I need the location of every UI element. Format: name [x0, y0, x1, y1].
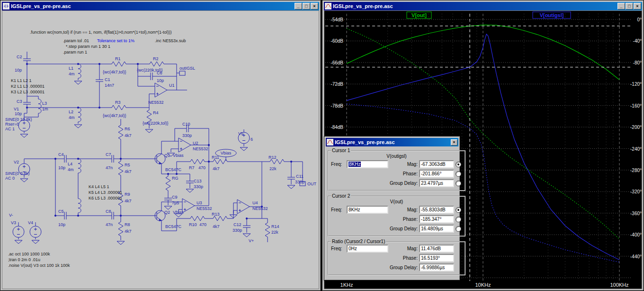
schematic-text: 4m — [68, 167, 74, 172]
cursor2-group: Cursor 2 V(out) Freq: 8KHz Mag: -55.8303… — [328, 193, 465, 236]
maximize-button[interactable]: □ — [626, 3, 633, 9]
y-right-tick: -320° — [630, 189, 642, 194]
cursor1-group-label: Cursor 1 — [331, 148, 351, 153]
schematic-text: C9 — [172, 195, 178, 200]
waveform-titlebar[interactable]: IGSLpre_vs_pre-pre.asc _ □ × — [324, 2, 642, 10]
schematic-text: *.step param run 1 30 1 — [66, 44, 110, 49]
cursor2-mag-value[interactable]: -55.8303dB — [419, 206, 454, 214]
cursor-dialog-titlebar[interactable]: IGSLpre_vs_pre-pre.asc × — [326, 138, 458, 146]
schematic-text: R8 — [125, 222, 130, 227]
ratio-freq-input[interactable]: 0Hz — [347, 245, 388, 253]
schematic-text: Rser=0 — [5, 122, 19, 127]
schematic-text: U2 — [193, 141, 198, 146]
schematic-text: R4 — [153, 110, 159, 115]
schematic-text: .param tol .01 — [63, 38, 89, 43]
cursor2-freq-label: Freq: — [331, 207, 345, 212]
schematic-text: 4k7 — [213, 166, 220, 171]
schematic-text: L2 — [69, 109, 73, 114]
schematic-text: R2 — [153, 56, 159, 61]
schematic-titlebar[interactable]: IGSLpre_vs_pre-pre.asc _ □ × — [2, 2, 319, 10]
cursor1-group-delay-radio[interactable] — [456, 181, 461, 186]
cursor2-group-delay-value[interactable]: 16.4809µs — [419, 225, 454, 233]
ltspice-waveform-icon — [325, 3, 331, 9]
cursor2-freq-input[interactable]: 8KHz — [347, 206, 388, 214]
ratio-mag-value[interactable]: 11.476dB — [419, 245, 454, 253]
cursor1-trace-name: V(outigsl) — [331, 154, 462, 159]
y-right-tick: -200° — [630, 125, 642, 130]
schematic-text: C1 — [105, 77, 110, 82]
schematic-text: K3 L2 L3 .000001 — [11, 90, 45, 94]
cursor2-group-delay-radio[interactable] — [456, 226, 461, 232]
ratio-group-delay-value[interactable]: -6.99886µs — [419, 264, 454, 272]
y-right-tick: -400° — [630, 232, 642, 237]
ratio-phase-value[interactable]: 16.5193° — [419, 254, 454, 262]
schematic-text: 470 — [199, 222, 206, 227]
schematic-text: BC547C — [165, 167, 182, 172]
schematic-text: K5 L4 L3 .000001 — [89, 190, 122, 195]
y-right-tick: -440° — [630, 254, 642, 259]
schematic-text: 4k7 — [125, 169, 132, 174]
schematic-text: R7 — [189, 165, 195, 170]
y-right-tick: -120° — [630, 82, 642, 87]
schematic-window: IGSLpre_vs_pre-pre.asc _ □ × — [0, 0, 321, 291]
cursor2-mag-radio[interactable] — [456, 207, 461, 213]
schematic-text: AC 1 — [5, 127, 15, 131]
schematic-text: C12 — [233, 222, 242, 227]
legend-label[interactable]: V[out] — [411, 12, 427, 18]
cursor2-phase-value[interactable]: -185.347° — [419, 215, 454, 223]
ratio-group-delay-label: Group Delay: — [390, 265, 418, 270]
schematic-text: 330p — [295, 180, 304, 184]
schematic-text: OUT — [307, 182, 317, 186]
close-icon[interactable]: × — [311, 3, 318, 9]
schematic-text: 4m — [69, 72, 75, 76]
schematic-text: 47n — [106, 165, 113, 170]
schematic-text: 10p — [15, 111, 22, 116]
schematic-text: U4 — [252, 200, 258, 205]
schematic-text: C7 — [106, 152, 111, 157]
cursor1-group: Cursor 1 V(outigsl) Freq: 8KHz Mag: -67.… — [328, 148, 465, 191]
schematic-text: Q1 — [164, 153, 170, 158]
maximize-button[interactable]: □ — [303, 3, 310, 9]
close-icon[interactable]: × — [634, 3, 641, 9]
schematic-text: {wc(4k7,tol)} — [103, 113, 126, 118]
minimize-button[interactable]: _ — [617, 3, 625, 9]
schematic-text: C8 — [106, 209, 111, 214]
cursor1-mag-value[interactable]: -67.3063dB — [419, 160, 454, 168]
ratio-phase-label: Phase: — [390, 255, 418, 261]
schematic-text: 330p — [233, 228, 242, 233]
close-icon[interactable]: × — [451, 139, 457, 146]
schematic-text: R6 — [125, 127, 130, 131]
schematic-text: V3 — [11, 220, 16, 225]
ltspice-schematic-icon — [3, 3, 9, 9]
cursor1-phase-value[interactable]: -201.866° — [419, 170, 454, 178]
cursor1-freq-input[interactable]: 8KHz — [347, 160, 388, 168]
cursor1-mag-radio[interactable] — [456, 162, 461, 167]
schematic-text: Q2 — [164, 210, 170, 215]
schematic-text: 4m — [69, 115, 75, 120]
minimize-button[interactable]: _ — [295, 3, 302, 9]
y-right-tick: -240° — [630, 146, 642, 152]
cursor1-freq-label: Freq: — [331, 162, 345, 167]
cursor1-phase-radio[interactable] — [456, 171, 461, 177]
cursor2-phase-radio[interactable] — [456, 217, 461, 222]
schematic-text: .ac oct 100 1000 100k — [8, 252, 50, 256]
schematic-text: V1 — [14, 107, 19, 111]
schematic-text: 22k — [271, 230, 278, 235]
schematic-text: L4 — [68, 162, 72, 166]
cursor-dialog: IGSLpre_vs_pre-pre.asc × Cursor 1 V(outi… — [324, 136, 460, 281]
schematic-text: Tolerance set to 1% — [97, 38, 134, 43]
schematic-text: Vbias — [173, 153, 184, 158]
schematic-text: C10 — [182, 122, 190, 127]
cursor1-group-delay-value[interactable]: 23.4797µs — [419, 179, 454, 187]
schematic-text: R3 — [115, 100, 121, 105]
legend-label[interactable]: V[outigsl] — [540, 12, 564, 18]
schematic-text: Vbias — [173, 210, 184, 215]
schematic-window-title: IGSLpre_vs_pre-pre.asc — [11, 3, 293, 9]
schematic-canvas[interactable]: .function wc(nom,tol) if (run == 1, nom,… — [2, 10, 319, 289]
y-left-tick: -66dB — [331, 60, 343, 65]
cursor1-phase-label: Phase: — [390, 171, 418, 176]
cursor2-trace-name: V(out) — [331, 199, 462, 204]
schematic-text: 10p — [58, 222, 65, 227]
y-left-tick: -84dB — [331, 125, 343, 130]
y-right-tick: -80° — [633, 60, 642, 65]
